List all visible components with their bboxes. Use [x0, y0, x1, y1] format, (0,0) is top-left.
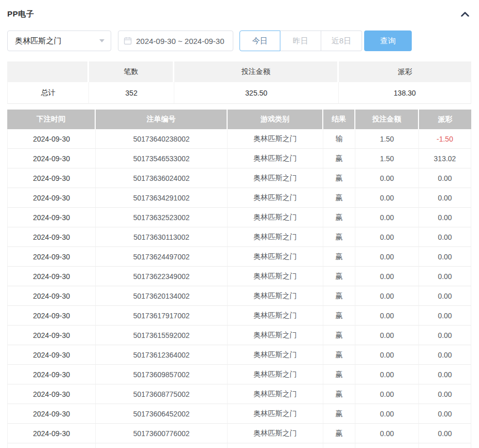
cell-game-type: 奥林匹斯之门 [228, 208, 323, 227]
cell-bet-amount: 0.00 [355, 404, 419, 424]
cell-game-type: 奥林匹斯之门 [228, 345, 323, 365]
today-button[interactable]: 今日 [240, 30, 280, 51]
cell-game-type: 奥林匹斯之门 [228, 384, 323, 404]
cell-game-type: 奥林匹斯之门 [228, 188, 323, 208]
cell-game-type [228, 443, 323, 448]
cell-order-number [96, 443, 228, 448]
cell-bet-amount: 0.00 [355, 267, 419, 286]
cell-bet-time [7, 443, 96, 448]
table-row: 2024-09-3050173615592002奥林匹斯之门赢0.000.00 [7, 326, 471, 345]
cell-bet-amount: 0.00 [355, 424, 419, 443]
cell-result: 赢 [323, 286, 355, 306]
table-row: 2024-09-3050173606452002奥林匹斯之门赢0.000.00 [7, 404, 471, 424]
cell-bet-time: 2024-09-30 [7, 168, 96, 188]
table-row: 2024-09-3050173546533002奥林匹斯之门赢1.50313.0… [7, 149, 471, 168]
cell-order-number: 50173636024002 [96, 168, 228, 188]
cell-payout: 0.00 [419, 208, 471, 227]
summary-header-count: 笔数 [89, 61, 174, 82]
cell-payout: 0.00 [419, 424, 471, 443]
cell-result [323, 443, 355, 448]
header-order-number: 注单编号 [96, 110, 228, 129]
cell-result: 赢 [323, 326, 355, 345]
cell-result: 赢 [323, 168, 355, 188]
cell-game-type: 奥林匹斯之门 [228, 267, 323, 286]
table-row-partial [7, 443, 471, 448]
summary-header-blank [7, 61, 89, 82]
date-range-value: 2024-09-30 ~ 2024-09-30 [136, 37, 224, 45]
cell-order-number: 50173640238002 [96, 129, 228, 149]
cell-payout: 0.00 [419, 404, 471, 424]
cell-bet-amount: 0.00 [355, 168, 419, 188]
cell-payout: 0.00 [419, 384, 471, 404]
cell-bet-time: 2024-09-30 [7, 424, 96, 443]
table-row: 2024-09-3050173640238002奥林匹斯之门输1.50-1.50 [7, 129, 471, 149]
last-8-days-button[interactable]: 近8日 [321, 30, 362, 51]
summary-header-row: 笔数 投注金额 派彩 [7, 61, 471, 82]
cell-payout: 0.00 [419, 365, 471, 384]
cell-bet-amount: 1.50 [355, 129, 419, 149]
game-select[interactable]: 奥林匹斯之门 [7, 30, 111, 51]
cell-game-type: 奥林匹斯之门 [228, 247, 323, 267]
cell-bet-time: 2024-09-30 [7, 326, 96, 345]
cell-game-type: 奥林匹斯之门 [228, 365, 323, 384]
cell-result: 赢 [323, 227, 355, 247]
cell-bet-time: 2024-09-30 [7, 247, 96, 267]
cell-order-number: 50173634291002 [96, 188, 228, 208]
cell-result: 赢 [323, 424, 355, 443]
table-row: 2024-09-3050173620134002奥林匹斯之门赢0.000.00 [7, 286, 471, 306]
cell-result: 输 [323, 129, 355, 149]
table-row: 2024-09-3050173600776002奥林匹斯之门赢0.000.00 [7, 424, 471, 443]
bet-table-header-row: 下注时间 注单编号 游戏类别 结果 投注金额 派彩 [7, 110, 471, 129]
summary-total-count: 352 [89, 82, 174, 104]
summary-header-payout: 派彩 [339, 61, 471, 82]
cell-bet-time: 2024-09-30 [7, 365, 96, 384]
cell-order-number: 50173600776002 [96, 424, 228, 443]
cell-order-number: 50173622349002 [96, 267, 228, 286]
cell-game-type: 奥林匹斯之门 [228, 149, 323, 168]
table-row: 2024-09-3050173612364002奥林匹斯之门赢0.000.00 [7, 345, 471, 365]
panel-header: PP电子 [7, 7, 471, 21]
date-range-input[interactable]: 2024-09-30 ~ 2024-09-30 [118, 30, 233, 51]
summary-total-payout: 138.30 [339, 82, 471, 104]
cell-result: 赢 [323, 149, 355, 168]
table-row: 2024-09-3050173617917002奥林匹斯之门赢0.000.00 [7, 306, 471, 326]
cell-bet-time: 2024-09-30 [7, 227, 96, 247]
cell-result: 赢 [323, 306, 355, 326]
cell-game-type: 奥林匹斯之门 [228, 168, 323, 188]
cell-bet-time: 2024-09-30 [7, 129, 96, 149]
table-row: 2024-09-3050173634291002奥林匹斯之门赢0.000.00 [7, 188, 471, 208]
table-row: 2024-09-3050173636024002奥林匹斯之门赢0.000.00 [7, 168, 471, 188]
cell-result: 赢 [323, 208, 355, 227]
yesterday-button[interactable]: 昨日 [280, 30, 321, 51]
cell-result: 赢 [323, 365, 355, 384]
cell-payout: -1.50 [419, 129, 471, 149]
cell-payout: 0.00 [419, 306, 471, 326]
cell-payout [419, 443, 471, 448]
search-button[interactable]: 查询 [364, 30, 412, 51]
cell-bet-amount: 0.00 [355, 188, 419, 208]
cell-result: 赢 [323, 267, 355, 286]
cell-order-number: 50173617917002 [96, 306, 228, 326]
collapse-button[interactable] [459, 10, 471, 19]
cell-bet-time: 2024-09-30 [7, 345, 96, 365]
table-row: 2024-09-3050173630113002奥林匹斯之门赢0.000.00 [7, 227, 471, 247]
header-payout: 派彩 [419, 110, 471, 129]
summary-header-bet-amount: 投注金额 [174, 61, 339, 82]
cell-order-number: 50173606452002 [96, 404, 228, 424]
cell-order-number: 50173620134002 [96, 286, 228, 306]
cell-bet-time: 2024-09-30 [7, 267, 96, 286]
cell-payout: 0.00 [419, 345, 471, 365]
cell-bet-amount: 0.00 [355, 208, 419, 227]
summary-table: 笔数 投注金额 派彩 总计 352 325.50 138.30 [7, 61, 471, 104]
cell-result: 赢 [323, 384, 355, 404]
cell-bet-time: 2024-09-30 [7, 306, 96, 326]
cell-bet-amount [355, 443, 419, 448]
summary-total-label: 总计 [7, 82, 89, 104]
cell-game-type: 奥林匹斯之门 [228, 404, 323, 424]
page-title: PP电子 [7, 9, 34, 19]
cell-order-number: 50173615592002 [96, 326, 228, 345]
table-row: 2024-09-3050173624497002奥林匹斯之门赢0.000.00 [7, 247, 471, 267]
summary-total-row: 总计 352 325.50 138.30 [7, 82, 471, 104]
quick-range-group: 今日 昨日 近8日 [240, 30, 362, 51]
header-bet-amount: 投注金额 [355, 110, 419, 129]
